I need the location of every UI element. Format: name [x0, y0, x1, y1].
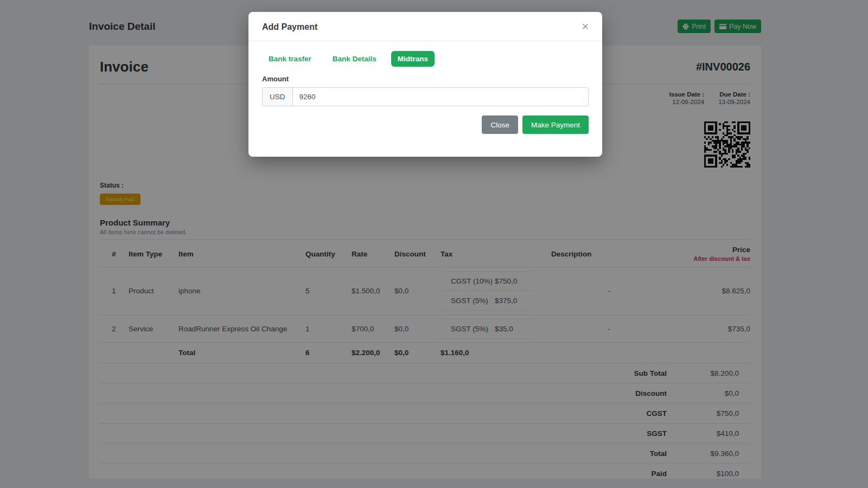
close-button[interactable]: Close: [482, 115, 518, 134]
amount-label: Amount: [262, 75, 589, 83]
tab-midtrans[interactable]: Midtrans: [391, 51, 435, 67]
currency-prefix: USD: [262, 87, 292, 106]
amount-input-group: USD: [262, 87, 589, 106]
close-icon: ✕: [582, 22, 589, 32]
modal-title: Add Payment: [262, 22, 317, 32]
modal-close-button[interactable]: ✕: [579, 21, 591, 33]
amount-input[interactable]: [292, 87, 589, 106]
make-payment-button[interactable]: Make Payment: [522, 115, 589, 134]
tab-bank-details[interactable]: Bank Details: [326, 51, 383, 67]
tab-bank-transfer[interactable]: Bank trasfer: [262, 51, 318, 67]
add-payment-modal: Add Payment ✕ Bank trasfer Bank Details …: [248, 12, 602, 157]
payment-method-tabs: Bank trasfer Bank Details Midtrans: [262, 51, 589, 67]
